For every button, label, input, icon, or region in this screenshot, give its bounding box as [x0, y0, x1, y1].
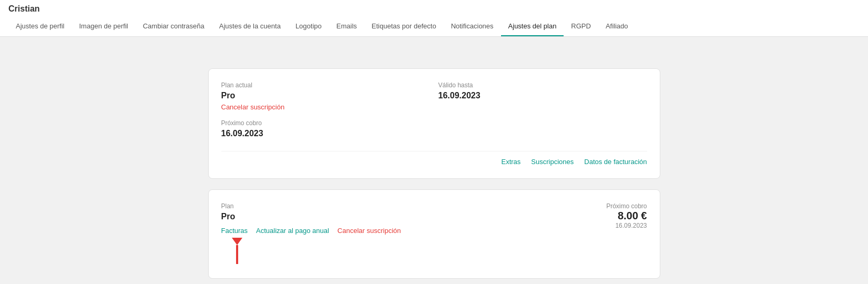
plan-actual-card: Plan actual Pro Cancelar suscripción Vál… — [208, 68, 660, 179]
valido-hasta-date: 16.09.2023 — [438, 91, 647, 100]
tab-cambiar-contrasena[interactable]: Cambiar contraseña — [136, 17, 212, 36]
plan-name-2: Pro — [221, 212, 607, 221]
tab-etiquetas-defecto[interactable]: Etiquetas por defecto — [364, 17, 444, 36]
datos-facturacion-link[interactable]: Datos de facturación — [584, 158, 647, 166]
card2-left: Plan Pro Facturas Actualizar al pago anu… — [221, 202, 607, 266]
tab-imagen-perfil[interactable]: Imagen de perfil — [72, 17, 136, 36]
nav-tabs: Ajustes de perfil Imagen de perfil Cambi… — [8, 17, 860, 36]
proximo-cobro-date-2: 16.09.2023 — [606, 222, 647, 229]
top-bar: Cristian Ajustes de perfil Imagen de per… — [0, 0, 868, 37]
tab-ajustes-plan[interactable]: Ajustes del plan — [501, 17, 564, 36]
tab-rgpd[interactable]: RGPD — [564, 17, 598, 36]
card2-right: Próximo cobro 8.00 € 16.09.2023 — [606, 202, 647, 229]
plan-actual-section: Plan actual Pro Cancelar suscripción — [221, 82, 430, 111]
proximo-cobro-label-1: Próximo cobro — [221, 119, 430, 127]
proximo-cobro-amount: 8.00 € — [606, 210, 647, 222]
facturas-link[interactable]: Facturas — [221, 227, 248, 235]
proximo-cobro-section: Próximo cobro 16.09.2023 — [221, 119, 430, 140]
plan-label-2: Plan — [221, 202, 607, 210]
plan-actual-name: Pro — [221, 91, 430, 100]
main-content: Plan actual Pro Cancelar suscripción Vál… — [198, 53, 671, 284]
plan-actual-label: Plan actual — [221, 82, 430, 89]
valido-hasta-label: Válido hasta — [438, 82, 647, 89]
cancelar-suscripcion-link-1[interactable]: Cancelar suscripción — [221, 103, 285, 111]
tab-notificaciones[interactable]: Notificaciones — [444, 17, 501, 36]
card2-links: Facturas Actualizar al pago anual Cancel… — [221, 227, 607, 235]
proximo-cobro-label-2: Próximo cobro — [606, 202, 647, 210]
tab-afiliado[interactable]: Afiliado — [598, 17, 636, 36]
user-name: Cristian — [8, 0, 860, 17]
extras-link[interactable]: Extras — [501, 158, 520, 166]
tab-ajustes-cuenta[interactable]: Ajustes de la cuenta — [212, 17, 288, 36]
cancelar-suscripcion-link-2[interactable]: Cancelar suscripción — [338, 227, 401, 235]
card1-actions: Extras Suscripciones Datos de facturació… — [221, 151, 647, 166]
arrow-indicator — [221, 238, 607, 266]
suscripciones-link[interactable]: Suscripciones — [531, 158, 574, 166]
actualizar-pago-anual-link[interactable]: Actualizar al pago anual — [256, 227, 329, 235]
valido-hasta-section: Válido hasta 16.09.2023 — [438, 82, 647, 111]
tab-logotipo[interactable]: Logotipo — [288, 17, 329, 36]
arrow-shaft — [236, 245, 238, 264]
tab-emails[interactable]: Emails — [329, 17, 364, 36]
plan-pro-card: Plan Pro Facturas Actualizar al pago anu… — [208, 189, 660, 279]
arrow-head — [232, 238, 242, 245]
proximo-cobro-date-1: 16.09.2023 — [221, 129, 430, 138]
card2-header: Plan Pro Facturas Actualizar al pago anu… — [221, 202, 647, 266]
tab-ajustes-perfil[interactable]: Ajustes de perfil — [8, 17, 72, 36]
red-arrow-icon — [232, 238, 242, 264]
